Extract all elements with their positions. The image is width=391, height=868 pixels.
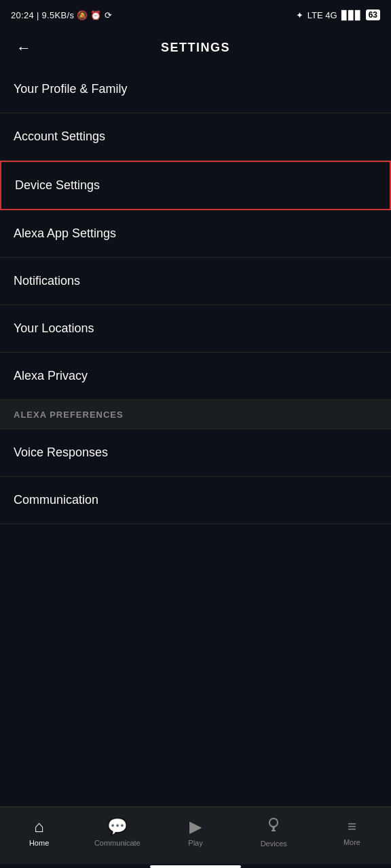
signal-icon: LTE 4G [308, 10, 337, 20]
status-time-network: 20:24 | 9.5KB/s 🔕 ⏰ ⟳ [11, 10, 112, 20]
wifi-bars-icon: ▊▊▊ [341, 10, 362, 20]
settings-item-account[interactable]: Account Settings [0, 113, 391, 161]
settings-label-profile: Your Profile & Family [14, 82, 127, 96]
back-button[interactable]: ← [14, 37, 34, 60]
nav-label-devices: Devices [261, 840, 287, 848]
nav-item-home[interactable]: ⌂ Home [0, 814, 78, 850]
home-icon: ⌂ [34, 817, 44, 836]
devices-icon [265, 816, 282, 837]
settings-label-notifications: Notifications [14, 274, 80, 288]
status-bar: 20:24 | 9.5KB/s 🔕 ⏰ ⟳ ✦ LTE 4G ▊▊▊ 63 [0, 0, 391, 30]
settings-item-voice-responses[interactable]: Voice Responses [0, 429, 391, 477]
home-indicator [150, 865, 241, 868]
chat-icon: 💬 [107, 817, 128, 836]
nav-item-more[interactable]: ≡ More [313, 815, 391, 849]
bluetooth-icon: ✦ [296, 10, 303, 20]
nav-label-more: More [343, 838, 360, 846]
bottom-navigation: ⌂ Home 💬 Communicate ▶ Play Devices ≡ Mo… [0, 806, 391, 864]
settings-item-privacy[interactable]: Alexa Privacy [0, 353, 391, 400]
battery-indicator: 63 [366, 9, 380, 20]
section-label: ALEXA PREFERENCES [14, 410, 124, 420]
page-title: SETTINGS [161, 41, 230, 55]
play-icon: ▶ [189, 817, 202, 836]
settings-item-profile[interactable]: Your Profile & Family [0, 66, 391, 113]
settings-item-alexa-app[interactable]: Alexa App Settings [0, 210, 391, 258]
nav-item-play[interactable]: ▶ Play [156, 814, 234, 850]
nav-label-play: Play [188, 839, 202, 847]
settings-list: Your Profile & FamilyAccount SettingsDev… [0, 66, 391, 806]
alexa-preferences-header: ALEXA PREFERENCES [0, 400, 391, 429]
settings-label-locations: Your Locations [14, 321, 94, 335]
settings-label-voice-responses: Voice Responses [14, 446, 108, 459]
settings-item-notifications[interactable]: Notifications [0, 258, 391, 305]
settings-label-alexa-app: Alexa App Settings [14, 226, 116, 240]
settings-item-locations[interactable]: Your Locations [0, 305, 391, 353]
settings-label-communication: Communication [14, 493, 98, 507]
status-right-icons: ✦ LTE 4G ▊▊▊ 63 [296, 9, 380, 20]
more-icon: ≡ [348, 818, 356, 835]
settings-header: ← SETTINGS [0, 30, 391, 66]
settings-item-communication[interactable]: Communication [0, 477, 391, 524]
settings-label-privacy: Alexa Privacy [14, 369, 88, 382]
nav-item-devices[interactable]: Devices [235, 814, 313, 850]
settings-label-device: Device Settings [15, 178, 100, 192]
settings-label-account: Account Settings [14, 130, 105, 143]
nav-label-communicate: Communicate [94, 839, 141, 847]
settings-item-device[interactable]: Device Settings [0, 161, 391, 210]
nav-item-communicate[interactable]: 💬 Communicate [78, 814, 156, 850]
nav-label-home: Home [29, 839, 49, 847]
